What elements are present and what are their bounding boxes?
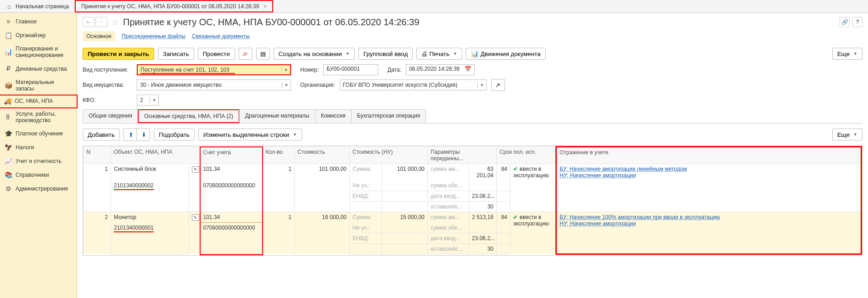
card-icon[interactable]: ✎ [192, 166, 199, 173]
tab-general[interactable]: Общие сведения [83, 109, 138, 123]
print-button[interactable]: 🖨Печать▼ [416, 48, 462, 60]
box-icon: 📦 [5, 82, 12, 89]
list-button[interactable]: ▤ [256, 48, 270, 60]
sidebar-item-education[interactable]: 🎓Платное обучение [0, 127, 77, 141]
book-icon: 📚 [5, 171, 12, 179]
sub-more-button[interactable]: Еще▼ [832, 129, 862, 141]
reflect-nu-link[interactable]: НУ: Начисление амортизации [560, 172, 636, 179]
report-icon: 📈 [5, 157, 12, 165]
post-button[interactable]: Провести [198, 48, 235, 60]
dt-kt-button[interactable]: Дт [239, 48, 252, 60]
param-date-label: дата ввод... [428, 233, 469, 243]
sidebar-item-services[interactable]: 🎚Услуги, работы, производство [0, 107, 77, 127]
sidebar-item-admin[interactable]: ⚙Администрирование [0, 182, 77, 196]
reflect-nu-link[interactable]: НУ: Начисление амортизации [560, 220, 636, 227]
reflect-bu-link[interactable]: БУ: Начисление 100% амортизации при ввод… [560, 214, 720, 220]
help-icon[interactable]: ? [852, 17, 862, 27]
param-rest-label: оставшийс... [428, 243, 469, 254]
sidebar-item-main[interactable]: ≡Главное [0, 15, 77, 28]
add-button[interactable]: Добавить [83, 129, 120, 141]
group-input-button[interactable]: Групповой ввод [358, 48, 413, 60]
sidebar-item-refs[interactable]: 📚Справочники [0, 168, 77, 182]
param-date-label: дата ввод... [428, 191, 469, 202]
vid-imush-label: Вид имущества: [83, 82, 132, 88]
forward-button[interactable]: → [95, 17, 107, 27]
nav-related[interactable]: Связанные документы [192, 33, 250, 39]
cell-n: 1 [84, 164, 111, 212]
sidebar-item-label: ОС, НМА, НПА [15, 98, 53, 104]
cell-qty: 1 [263, 164, 295, 212]
tab-metals[interactable]: Драгоценные материалы [239, 109, 315, 123]
org-open-button[interactable]: ↗ [491, 79, 505, 91]
sidebar-item-materials[interactable]: 📦Материальные запасы [0, 76, 77, 96]
vid-imush-field[interactable]: 30 - Иное движимое имущество▾ [137, 79, 291, 90]
cell-object-name: Монитор [111, 212, 189, 223]
truck-icon: 🚚 [4, 98, 11, 105]
sidebar-item-reporting[interactable]: 📈Учет и отчетность [0, 154, 77, 168]
param-rest-val: 30 [469, 202, 497, 212]
save-button[interactable]: Записать [158, 48, 194, 60]
nu-summa-label: Сумма: [350, 212, 382, 223]
param-date-val: 23.06.2... [469, 191, 497, 202]
cell-account-detail[interactable]: 07060000000000000 [200, 223, 263, 254]
tab-commission[interactable]: Комиссия [315, 109, 352, 123]
move-up-button[interactable]: ⬆ [124, 129, 137, 141]
param-sum-ob-label: сумма обе... [428, 180, 469, 191]
sliders-icon: 🎚 [5, 113, 12, 121]
page-title: Принятие к учету ОС, НМА, НПА БУ00-00000… [123, 17, 420, 28]
document-tab[interactable]: Принятие к учету ОС, НМА, НПА БУ00-00000… [75, 0, 273, 12]
nomer-label: Номер: [300, 67, 319, 73]
home-icon: ⌂ [6, 3, 13, 10]
date-field[interactable]: 06.05.2020 14:26:39📅 [406, 64, 475, 75]
check-icon: ✔ [513, 166, 518, 172]
card-icon[interactable]: ✎ [192, 214, 199, 221]
nav-files[interactable]: Присоединенные файлы [122, 33, 185, 39]
vid-post-field[interactable]: Поступление на счет 101, 102, 103▾ [137, 64, 291, 75]
org-field[interactable]: ГОБУ ВПО Университет искусств (Субсидия)… [340, 79, 487, 90]
move-down-button[interactable]: ⬇ [137, 129, 150, 141]
change-selected-button[interactable]: Изменить выделенные строки▼ [198, 129, 302, 141]
cell-cost: 101 000,00 [295, 164, 350, 212]
table-row[interactable]: 1 Системный блок ✎ 101.34 1 101 000,00 С… [84, 164, 862, 181]
sidebar-item-taxes[interactable]: 🦅Налоги [0, 141, 77, 154]
sidebar-item-money[interactable]: ₽Денежные средства [0, 62, 77, 76]
table-row[interactable]: 2 Монитор ✎ 101.34 1 16 000,00 Сумма: 15… [84, 212, 862, 223]
tab-accounting-op[interactable]: Бухгалтерская операция [351, 109, 426, 123]
nu-summa-val: 101 000,00 [382, 164, 428, 181]
param-sum-am-val: 2 513,18 [469, 212, 497, 223]
nomer-field[interactable]: БУ00-000001 [323, 64, 378, 75]
post-close-button[interactable]: Провести и закрыть [83, 48, 154, 60]
sidebar-item-planning[interactable]: 📊Планирование и санкционирование [0, 42, 77, 62]
home-tab[interactable]: ⌂ Начальная страница [0, 0, 75, 12]
param-sum-am-label: сумма ам... [428, 164, 469, 181]
more-button[interactable]: Еще▼ [832, 48, 862, 60]
th-cost: Стоимость [295, 147, 350, 164]
reflect-bu-link[interactable]: БУ: Начисление амортизации линейным мето… [560, 166, 687, 172]
sidebar-item-os-nma-npa[interactable]: 🚚ОС, НМА, НПА [0, 95, 78, 108]
sidebar-item-label: Администрирование [16, 186, 68, 192]
nav-main[interactable]: Основное [83, 31, 115, 41]
movements-button[interactable]: 📊Движения документа [466, 48, 546, 60]
sidebar-item-organizer[interactable]: 📋Органайзер [0, 28, 77, 42]
close-icon[interactable]: × [263, 3, 267, 10]
sidebar-item-label: Денежные средства [16, 66, 67, 72]
cell-account-code: 101.34 [200, 164, 263, 181]
create-based-button[interactable]: Создать на основании▼ [274, 48, 355, 60]
term-val: 84 [497, 164, 510, 181]
cell-n: 2 [84, 212, 111, 254]
calendar-icon: 📅 [465, 66, 471, 74]
printer-icon: 🖨 [421, 51, 427, 57]
th-n: N [84, 147, 111, 164]
cell-object-inv: 2101340000002 [114, 182, 154, 190]
document-tab-label: Принятие к учету ОС, НМА, НПА БУ00-00000… [81, 3, 259, 10]
link-icon[interactable]: 🔗 [840, 17, 850, 27]
cell-object-name: Системный блок [111, 164, 189, 181]
eagle-icon: 🦅 [5, 144, 12, 151]
back-button[interactable]: ← [83, 17, 95, 27]
sidebar-item-label: Материальные запасы [16, 79, 72, 92]
param-rest-val: 30 [469, 243, 497, 254]
kfo-field[interactable]: 2▾ [137, 95, 159, 106]
pick-button[interactable]: Подобрать [154, 129, 195, 141]
tab-os-nma-npa[interactable]: Основные средства, НМА, НПА (2) [138, 109, 240, 123]
star-icon[interactable]: ☆ [111, 17, 119, 28]
